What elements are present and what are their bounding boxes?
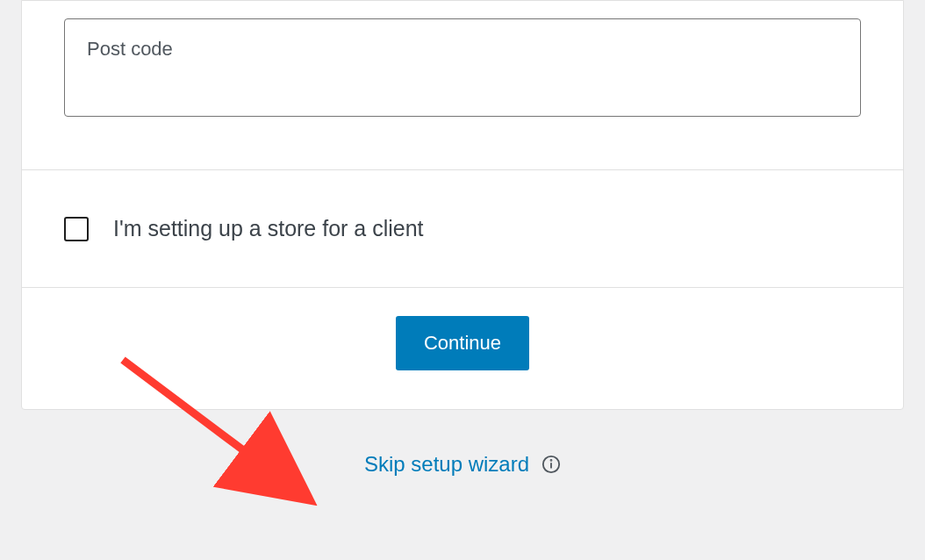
postcode-input-wrapper: Post code xyxy=(64,18,861,117)
continue-button[interactable]: Continue xyxy=(396,316,529,370)
client-checkbox[interactable] xyxy=(64,217,89,241)
skip-row: Skip setup wizard xyxy=(0,410,925,498)
continue-section: Continue xyxy=(22,288,903,409)
info-icon[interactable] xyxy=(541,455,561,474)
postcode-section: Post code xyxy=(22,1,903,170)
skip-setup-link[interactable]: Skip setup wizard xyxy=(364,452,529,477)
client-checkbox-label: I'm setting up a store for a client xyxy=(113,216,424,241)
setup-card: Post code I'm setting up a store for a c… xyxy=(21,0,904,410)
svg-point-2 xyxy=(551,460,552,461)
client-checkbox-section: I'm setting up a store for a client xyxy=(22,170,903,288)
postcode-input[interactable] xyxy=(64,18,861,117)
